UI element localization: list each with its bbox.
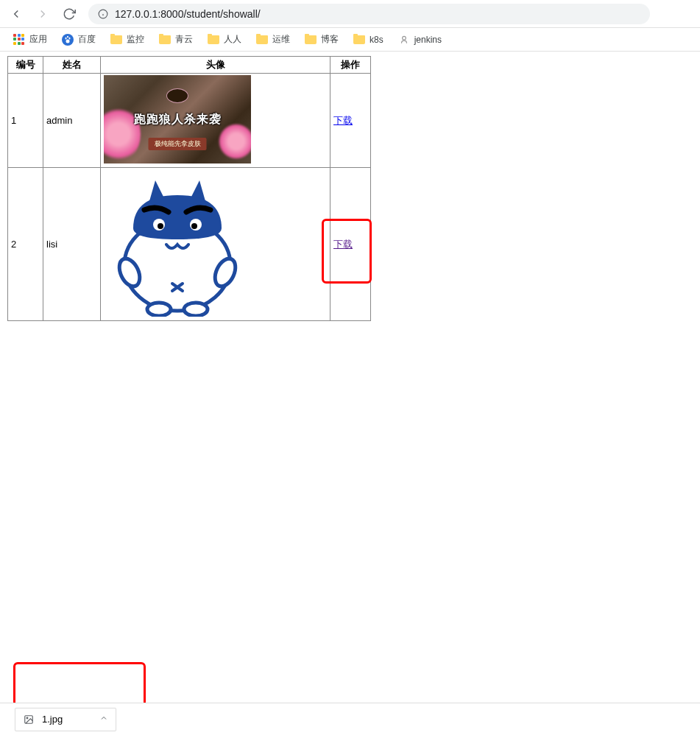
url-text: 127.0.0.1:8000/student/showall/ xyxy=(115,8,261,20)
svg-point-10 xyxy=(158,223,163,229)
cell-avatar xyxy=(101,168,330,321)
avatar1-sub-text: 极纯能先拿皮肤 xyxy=(149,138,207,150)
svg-point-3 xyxy=(66,37,67,39)
folder-icon xyxy=(110,35,122,44)
folder-icon xyxy=(256,35,268,44)
download-item[interactable]: 1.jpg xyxy=(15,708,116,731)
cell-id: 2 xyxy=(8,168,43,321)
download-filename: 1.jpg xyxy=(42,714,63,725)
svg-point-6 xyxy=(66,39,70,43)
bookmark-folder-5[interactable]: k8s xyxy=(347,32,389,48)
download-link-2[interactable]: 下载 xyxy=(333,239,353,250)
cell-name: lisi xyxy=(43,168,101,321)
svg-point-15 xyxy=(147,303,171,316)
bookmark-folder-label: 青云 xyxy=(175,33,193,46)
cell-avatar: 跑跑狼人杀来袭 极纯能先拿皮肤 xyxy=(101,74,330,168)
bookmark-apps[interactable]: 应用 xyxy=(7,30,53,49)
svg-point-5 xyxy=(67,35,68,38)
bookmark-folder-2[interactable]: 人人 xyxy=(202,30,247,49)
table-row: 1 admin 跑跑狼人杀来袭 极纯能先拿皮肤 下载 xyxy=(8,74,371,168)
svg-point-18 xyxy=(26,717,28,719)
url-bar[interactable]: 127.0.0.1:8000/student/showall/ xyxy=(88,4,650,24)
cell-action: 下载 xyxy=(330,74,371,168)
bookmark-folder-label: 运维 xyxy=(272,33,290,46)
header-action: 操作 xyxy=(330,57,371,74)
info-icon xyxy=(97,8,109,20)
download-bar: 1.jpg xyxy=(0,703,700,735)
browser-toolbar: 127.0.0.1:8000/student/showall/ xyxy=(0,0,700,28)
image-file-icon xyxy=(23,714,35,725)
forward-button[interactable] xyxy=(32,4,53,24)
folder-icon xyxy=(305,35,317,44)
jenkins-icon xyxy=(398,34,410,46)
bookmark-folder-1[interactable]: 青云 xyxy=(153,30,199,49)
svg-point-4 xyxy=(69,37,71,39)
avatar-image-1: 跑跑狼人杀来袭 极纯能先拿皮肤 xyxy=(104,75,251,163)
cell-id: 1 xyxy=(8,74,43,168)
header-id: 编号 xyxy=(8,57,43,74)
header-name: 姓名 xyxy=(43,57,101,74)
folder-icon xyxy=(159,35,171,44)
bookmark-apps-label: 应用 xyxy=(29,33,47,46)
download-link-1[interactable]: 下载 xyxy=(333,115,353,126)
chevron-up-icon[interactable] xyxy=(99,714,108,725)
bookmark-folder-label: 监控 xyxy=(127,33,144,46)
reload-button[interactable] xyxy=(59,4,79,24)
student-table: 编号 姓名 头像 操作 1 admin 跑跑狼人杀来袭 极纯能先拿皮肤 下载 xyxy=(7,56,371,321)
svg-point-16 xyxy=(184,303,208,316)
baidu-icon xyxy=(62,34,74,46)
bookmark-folder-0[interactable]: 监控 xyxy=(105,30,150,49)
folder-icon xyxy=(353,35,365,44)
header-avatar: 头像 xyxy=(101,57,330,74)
bookmark-folder-label: k8s xyxy=(370,35,383,45)
folder-icon xyxy=(208,35,219,44)
back-button[interactable] xyxy=(6,4,26,24)
bookmark-jenkins[interactable]: jenkins xyxy=(392,31,448,49)
bookmark-folder-4[interactable]: 博客 xyxy=(299,30,344,49)
table-header-row: 编号 姓名 头像 操作 xyxy=(8,57,371,74)
svg-point-12 xyxy=(191,223,197,229)
svg-point-7 xyxy=(402,36,406,40)
bookmarks-bar: 应用 百度 监控 青云 人人 运维 博客 k8s jenkins xyxy=(0,28,700,52)
avatar1-banner-text: 跑跑狼人杀来袭 xyxy=(134,112,222,127)
bookmark-jenkins-label: jenkins xyxy=(414,35,442,45)
avatar-image-2 xyxy=(104,169,251,317)
bookmark-baidu[interactable]: 百度 xyxy=(56,30,102,49)
bookmark-folder-3[interactable]: 运维 xyxy=(250,30,296,49)
bookmark-baidu-label: 百度 xyxy=(78,33,96,46)
bookmark-folder-label: 博客 xyxy=(321,33,339,46)
cell-name: admin xyxy=(43,74,101,168)
table-row: 2 lisi xyxy=(8,168,371,321)
cell-action: 下载 xyxy=(330,168,371,321)
bookmark-folder-label: 人人 xyxy=(224,33,241,46)
page-content: 编号 姓名 头像 操作 1 admin 跑跑狼人杀来袭 极纯能先拿皮肤 下载 xyxy=(0,52,700,326)
apps-icon xyxy=(13,34,25,46)
